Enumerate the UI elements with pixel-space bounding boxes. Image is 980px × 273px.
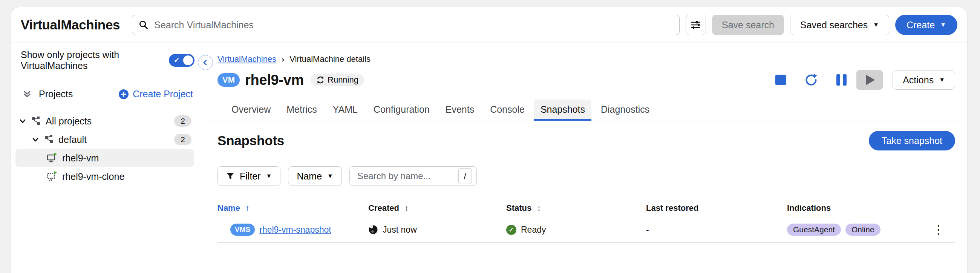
stop-icon [775, 75, 786, 85]
snapshot-link[interactable]: rhel9-vm-snapshot [259, 225, 331, 235]
start-vm-button-disabled[interactable] [856, 70, 883, 90]
projects-sidebar: Show only projects with VirtualMachines … [11, 43, 203, 273]
stop-vm-button[interactable] [775, 75, 786, 85]
created-cell: Just now [368, 225, 506, 235]
indication-badge: Online [845, 224, 880, 236]
show-only-projects-row: Show only projects with VirtualMachines … [11, 43, 203, 78]
filter-dropdown[interactable]: Filter ▼ [218, 166, 280, 186]
tab-configuration[interactable]: Configuration [367, 99, 436, 121]
snapshots-heading: Snapshots [218, 133, 284, 148]
breadcrumb-virtualmachines-link[interactable]: VirtualMachines [218, 54, 276, 64]
toggle-check-icon: ✓ [174, 56, 180, 64]
page-title: VirtualMachines [21, 18, 120, 32]
tab-yaml[interactable]: YAML [326, 99, 364, 121]
name-filter-label: Name [297, 171, 322, 182]
vm-status-label: Running [328, 75, 358, 85]
tree-item-rhel9-vm-clone[interactable]: rhel9-vm-clone [16, 168, 194, 185]
sliders-icon [690, 19, 702, 30]
column-header-status[interactable]: Status ↕ [506, 203, 646, 213]
timestamp-globe-icon [368, 225, 378, 235]
check-circle-icon: ✓ [506, 225, 516, 235]
breadcrumb-separator-icon: › [282, 55, 284, 64]
global-search-input[interactable] [153, 19, 673, 31]
vm-status-badge: Running [310, 73, 364, 86]
vm-title-row: VM rhel9-vm Running [208, 70, 967, 90]
sort-ascending-icon[interactable]: ↑ [245, 203, 250, 213]
collapse-all-icon[interactable] [22, 89, 32, 99]
breadcrumb: VirtualMachines › VirtualMachine details [208, 54, 967, 64]
indications-cell: GuestAgent Online [787, 224, 929, 236]
create-button[interactable]: Create ▼ [895, 15, 958, 35]
projects-tree: All projects 2 default 2 rhel9-vm [11, 112, 203, 185]
vm-details-main: VirtualMachines › VirtualMachine details… [208, 43, 967, 273]
project-icon [31, 116, 41, 126]
virtual-machines-page: VirtualMachines Save search Saved [0, 0, 980, 273]
saved-searches-dropdown[interactable]: Saved searches ▼ [790, 15, 889, 35]
restart-vm-button[interactable] [804, 73, 818, 87]
chevron-down-icon: ▼ [873, 22, 879, 28]
last-restored-cell: - [646, 225, 787, 235]
tab-console[interactable]: Console [484, 99, 531, 121]
snapshot-search[interactable]: / [349, 166, 477, 186]
pause-icon [837, 74, 846, 86]
row-kebab-menu[interactable]: ⋮ [929, 222, 948, 237]
create-label: Create [907, 19, 935, 30]
chevron-down-icon[interactable] [19, 117, 27, 125]
table-header-row: Name ↑ Created ↕ Status ↕ Last restore [218, 203, 955, 213]
last-restored-value: - [646, 225, 649, 235]
tree-item-default[interactable]: default 2 [16, 131, 194, 148]
projects-label: Projects [39, 89, 73, 99]
filter-icon [226, 172, 234, 180]
actions-label: Actions [903, 75, 934, 86]
saved-searches-label: Saved searches [800, 19, 868, 30]
tab-snapshots[interactable]: Snapshots [534, 99, 592, 121]
sidebar-collapse-button[interactable] [198, 55, 213, 70]
tab-events[interactable]: Events [439, 99, 480, 121]
sort-icon[interactable]: ↕ [537, 203, 541, 213]
snapshots-table: Name ↑ Created ↕ Status ↕ Last restore [208, 203, 967, 243]
breadcrumb-current: VirtualMachine details [290, 54, 371, 64]
project-icon [44, 135, 54, 144]
chevron-down-icon[interactable] [31, 136, 40, 144]
show-only-projects-label: Show only projects with VirtualMachines [21, 49, 169, 71]
vm-details-tabs: Overview Metrics YAML Configuration Even… [208, 99, 967, 121]
column-header-name[interactable]: Name ↑ [218, 203, 368, 213]
tree-item-rhel9-vm[interactable]: rhel9-vm [16, 149, 194, 167]
tree-item-label: rhel9-vm [62, 153, 99, 164]
tab-diagnostics[interactable]: Diagnostics [594, 99, 656, 121]
take-snapshot-button[interactable]: Take snapshot [869, 131, 955, 150]
created-value: Just now [383, 225, 417, 235]
masthead: VirtualMachines Save search Saved [11, 7, 967, 43]
actions-dropdown[interactable]: Actions ▼ [892, 70, 955, 90]
status-cell: ✓ Ready [506, 225, 646, 235]
tree-item-all-projects[interactable]: All projects 2 [16, 112, 194, 130]
snapshot-search-input[interactable] [356, 171, 458, 182]
chevron-left-icon [202, 59, 209, 66]
snapshots-section-header: Snapshots Take snapshot [208, 131, 967, 150]
advanced-search-button[interactable] [686, 15, 706, 35]
chevron-down-icon: ▼ [327, 173, 333, 179]
tab-overview[interactable]: Overview [225, 99, 277, 121]
vm-kind-badge: VM [218, 73, 240, 87]
vm-controls: Actions ▼ [775, 70, 955, 90]
plus-circle-icon [118, 89, 129, 99]
sort-icon[interactable]: ↕ [404, 203, 409, 213]
snapshot-name-cell: VMS rhel9-vm-snapshot [218, 224, 368, 236]
status-value: Ready [521, 225, 546, 235]
vms-kind-badge: VMS [230, 224, 255, 236]
count-badge: 2 [174, 115, 191, 127]
pause-vm-button[interactable] [837, 74, 846, 86]
create-project-link[interactable]: Create Project [118, 89, 193, 99]
indication-badge: GuestAgent [787, 224, 841, 236]
tab-metrics[interactable]: Metrics [280, 99, 323, 121]
table-row: VMS rhel9-vm-snapshot Just now ✓ Ready [218, 217, 955, 243]
projects-header: Projects Create Project [11, 89, 203, 99]
global-search[interactable] [132, 15, 679, 35]
column-header-created[interactable]: Created ↕ [368, 203, 506, 213]
snapshots-toolbar: Filter ▼ Name ▼ / [208, 166, 967, 186]
play-icon [866, 75, 875, 85]
save-search-button[interactable]: Save search [712, 15, 784, 35]
virtual-machine-icon [46, 152, 58, 164]
show-only-projects-toggle[interactable]: ✓ [169, 54, 194, 67]
name-filter-dropdown[interactable]: Name ▼ [288, 166, 342, 186]
